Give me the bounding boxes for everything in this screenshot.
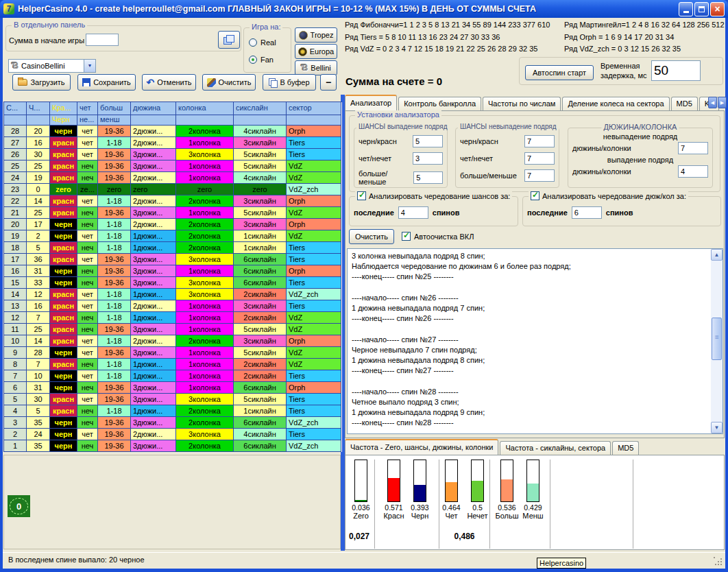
minimize-icon [683,11,689,13]
miss-redblack-value[interactable]: 7 [525,136,554,147]
sixline-cell: 2сиклайн [234,312,287,324]
series-rows-left: Ряд Фибоначчи=1 1 2 3 5 8 13 21 34 55 89… [345,19,550,56]
spin-cell: 20 [4,219,27,230]
hit-evenodd-spinner[interactable]: 3 [413,152,443,165]
column-cell: 2колонка [176,242,234,254]
freq-bar-Черн: 0.393Черн [409,460,432,520]
miss-evenodd-value[interactable]: 7 [525,153,554,164]
sixline-cell: 2сиклайн [234,370,287,382]
parity-cell: неч [77,265,98,277]
sixline-cell: 5сиклайн [234,394,287,405]
scrollbar-thumb[interactable] [712,318,722,360]
number-cell: 2 [27,230,50,242]
sixline-cell: 5сиклайн [234,207,287,219]
radio-real[interactable]: Real [249,38,276,47]
tab-1[interactable]: Частота - сиклайны, сектора [500,441,611,455]
tab-0[interactable]: Анализатор [345,95,397,110]
analyzer-clear-button[interactable]: Очистить [349,229,394,244]
miss-highlow-value[interactable]: 7 [525,170,554,181]
delay-spinner[interactable]: 50 [651,60,701,81]
freq-label: Больш [495,512,518,520]
tab-1[interactable]: Контроль банкролла [398,97,481,110]
tab-0[interactable]: Частота - Zero, шансы, дюжины, колонки [345,439,498,455]
freq-value: 0.036 [352,503,369,512]
sixline-cell: 5сиклайн [234,149,287,160]
minimize-button[interactable] [679,2,693,16]
casino-select[interactable]: Ɓ CasinoBellini ▼ [8,59,96,73]
parity-cell: неч [77,382,98,394]
alt-chances-spinner[interactable]: 4 [398,206,428,219]
freq-value: 0.571 [385,503,402,512]
tab-scroll-left-button[interactable]: ◀ [708,97,717,108]
freq-group-red-black: 0.571Красн0.393Черн [375,460,439,549]
hit-redblack-value[interactable]: 5 [413,136,442,147]
hit-evenodd-value[interactable]: 3 [413,153,442,164]
autospin-start-button[interactable]: Автоспин старт [525,65,594,80]
freq-group-total: 0,027 [349,532,369,541]
sixline-cell: 6сиклайн [234,417,287,429]
scroll-up-button[interactable]: ▲ [711,249,723,261]
casino-select-value: CasinoBellini [21,62,84,70]
log-area[interactable]: 3 колонка невыпадала подряд 8 спин; Набл… [348,250,710,433]
radio-fan[interactable]: Fan [249,56,274,64]
dozen-hit-spinner[interactable]: 4 [678,165,708,178]
spin-cell: 13 [4,300,27,312]
hit-redblack-spinner[interactable]: 5 [413,135,443,147]
tab-2[interactable]: Частоты по числам [483,97,561,110]
close-button[interactable]: × [710,2,725,16]
spin-cell: 26 [4,149,27,160]
casino-europa-button[interactable]: Europa [295,44,337,59]
undo-button[interactable]: ↶ Отменить [142,74,196,91]
parity-cell: чет [77,289,98,300]
tab-scroll-right-button[interactable]: ▶ [718,97,727,108]
range-cell: 19-36 [98,324,131,335]
casino-bellini-button[interactable]: Ɓ Bellini [295,60,337,75]
dozen-hit-value[interactable]: 4 [679,166,707,177]
hit-highlow-value[interactable]: 5 [414,172,442,183]
maximize-button[interactable] [694,2,709,16]
range-cell: 1-18 [98,137,131,149]
parity-cell: неч [77,324,98,335]
start-sum-input[interactable] [86,34,119,46]
alt-chances-check[interactable]: Анализировать чередование шансов за: [355,191,512,200]
alt-dozens-check[interactable]: Анализировать чередование дюж/кол за: [529,191,688,200]
miss-evenodd-spinner[interactable]: 7 [524,152,555,165]
alt-dozens-spinner[interactable]: 6 [572,206,602,219]
scroll-down-button[interactable]: ▼ [711,422,723,433]
dozen-miss-value[interactable]: 7 [679,143,707,154]
color-cell: красн [50,137,77,149]
column-cell: 1колонка [176,137,234,149]
roulette-cell-0[interactable]: 0 [8,495,30,517]
parity-cell: чет [77,300,98,312]
save-button[interactable]: Сохранить [77,74,136,91]
casino-tropez-button[interactable]: Tropez [295,27,337,43]
dozen-hit-row-label: дюжины/колонки [572,167,631,176]
miss-highlow-spinner[interactable]: 7 [524,169,555,182]
sixline-cell: 2сиклайн [234,289,287,300]
hit-highlow-spinner[interactable]: 5 [413,171,443,184]
miss-redblack-spinner[interactable]: 7 [524,135,555,147]
chevron-down-icon[interactable]: ▼ [84,60,95,72]
tab-3[interactable]: Деление колеса на сектора [562,97,669,110]
buffer-label: В буфер [280,78,309,86]
autoclear-check[interactable]: Автоочистка ВКЛ [402,232,474,241]
collapse-button[interactable]: − [320,74,337,91]
spin-cell: 6 [4,382,27,394]
tab-2[interactable]: MD5 [612,441,639,455]
tab-4[interactable]: MD5 [671,97,698,110]
header-cell: не... [77,115,98,126]
alt-dozens-value[interactable]: 6 [572,207,601,218]
header-cell: менш [98,115,131,126]
balance-line: Сумма на счете = 0 [345,75,442,87]
clear-button[interactable]: Очистить [202,74,256,91]
load-button[interactable]: Загрузить [12,74,71,91]
header-cell: Ч... [27,102,50,115]
detach-panel-button[interactable] [218,31,240,49]
alt-chances-value[interactable]: 4 [399,207,428,218]
color-cell: красн [50,359,77,370]
copy-to-buffer-button[interactable]: В буфер [263,74,316,91]
resize-grip[interactable] [714,557,723,566]
log-scrollbar[interactable]: ▲ ▼ [711,249,723,433]
delay-value[interactable]: 50 [652,61,700,80]
dozen-miss-spinner[interactable]: 7 [678,142,708,154]
